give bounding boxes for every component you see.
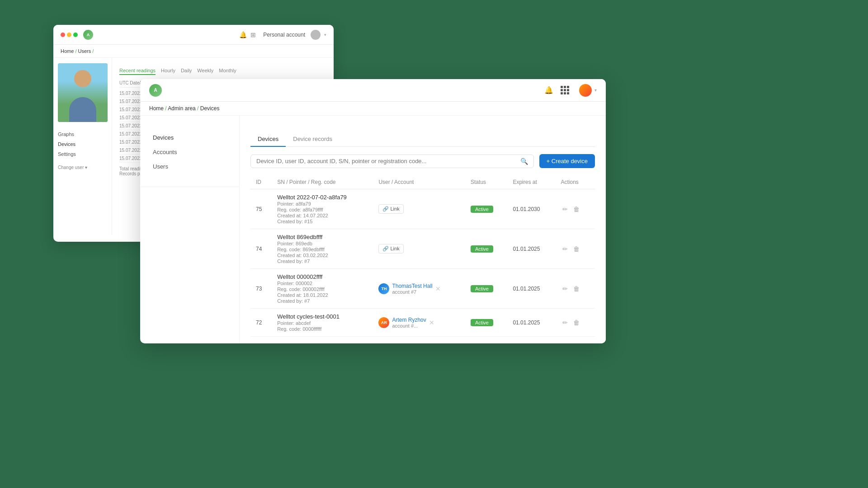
bg-tab-hourly[interactable]: Hourly [161,67,175,75]
device-id-value: 74 [256,246,262,252]
main-bell-icon[interactable]: 🔔 [544,86,553,94]
cell-actions: ✏ 🗑 [555,189,595,229]
sidebar-divider [140,187,239,187]
bg-app-logo: A [83,30,93,40]
device-reg-code: Reg. code: 869edbffff [277,247,368,252]
table-row: 72 Welltot cycles-test-0001 Pointer: abc… [250,309,595,337]
sidebar-item-devices[interactable]: Devices [144,131,236,145]
user-account-label: account #7 [392,289,432,295]
bg-chevron-icon: ▾ [324,33,326,37]
main-account-area[interactable]: ▾ [576,84,597,97]
cell-user: 🔗 Link [373,189,465,229]
minimize-btn[interactable] [67,33,71,37]
cell-status: Active [465,309,507,337]
delete-button[interactable]: 🗑 [571,244,581,253]
bg-grid-icon[interactable]: ⊞ [250,31,256,38]
device-name: Welltot cycles-test-0001 [277,313,368,320]
bg-tab-weekly[interactable]: Weekly [197,67,213,75]
device-name: Welltot 2022-07-02-a8fa79 [277,194,368,201]
cell-actions: ✏ 🗑 [555,229,595,269]
bg-nav-devices[interactable]: Devices [53,139,112,149]
patient-info [53,126,112,129]
device-created-at: Created at: 14.07.2022 [277,213,368,218]
sidebar-item-accounts[interactable]: Accounts [144,145,236,159]
bg-bell-icon[interactable]: 🔔 [239,31,247,38]
link-button[interactable]: 🔗 Link [378,204,403,214]
edit-button[interactable]: ✏ [561,284,570,293]
edit-button[interactable]: ✏ [561,205,570,214]
sidebar-cycles-label [140,192,239,198]
status-badge: Active [471,206,493,213]
main-content: Devices Device records 🔍 + Create device… [240,116,606,343]
cell-status: Active [465,229,507,269]
sidebar-admin-label [140,125,239,130]
device-created-at: Created at: 03.02.2022 [277,253,368,258]
cell-actions: ✏ 🗑 [555,269,595,309]
unlink-icon[interactable]: ✕ [435,285,441,292]
bg-home-link[interactable]: Home [61,48,74,54]
user-cell: AR Artem Ryzhov account #... ✕ [378,317,460,328]
col-id: ID [250,175,272,189]
bg-avatar[interactable] [311,30,321,40]
edit-button[interactable]: ✏ [561,244,570,253]
tab-device-records[interactable]: Device records [286,132,340,147]
col-expires: Expires at [507,175,555,189]
bg-nav-settings[interactable]: Settings [53,149,112,159]
device-reg-code: Reg. code: 0000ffffff [277,326,368,332]
user-name-link[interactable]: Artem Ryzhov [392,317,426,323]
close-btn[interactable] [61,33,65,37]
bg-nav-graphs[interactable]: Graphs [53,129,112,139]
bg-users-link[interactable]: Users [78,48,91,54]
bg-change-user[interactable]: Change user ▾ [53,163,112,172]
expires-value: 01.01.2025 [513,246,540,252]
cell-expires: 01.01.2025 [507,309,555,337]
delete-button[interactable]: 🗑 [571,318,581,327]
main-grid-icon[interactable] [561,86,569,94]
bg-breadcrumb: Home / Users / [53,45,334,58]
main-header: A 🔔 ▾ [140,79,606,102]
search-box: 🔍 [250,155,534,168]
cell-id: 72 [250,309,272,337]
create-device-button[interactable]: + Create device [539,154,595,168]
delete-button[interactable]: 🗑 [571,284,581,293]
bg-tab-daily[interactable]: Daily [181,67,192,75]
user-name-link[interactable]: ThomasTest Hall [392,283,432,289]
bg-tab-monthly[interactable]: Monthly [219,67,236,75]
device-pointer: Pointer: abcdef [277,320,368,326]
device-id-value: 75 [256,206,262,212]
breadcrumb-admin[interactable]: Admin area [168,105,195,112]
delete-button[interactable]: 🗑 [571,205,581,214]
cell-status: Active [465,269,507,309]
search-input[interactable] [256,158,520,164]
cell-expires: 01.01.2025 [507,229,555,269]
main-breadcrumb: Home / Admin area / Devices [140,102,606,116]
toolbar: 🔍 + Create device [250,154,595,168]
bg-sidebar: Graphs Devices Settings Change user ▾ [53,58,112,235]
main-chevron-icon: ▾ [594,88,597,93]
device-created-by: Created by: #7 [277,298,368,304]
edit-button[interactable]: ✏ [561,318,570,327]
content-tabs: Devices Device records [250,132,595,147]
cell-status: Active [465,189,507,229]
user-info: ThomasTest Hall account #7 [392,283,432,295]
sidebar-item-users[interactable]: Users [144,160,236,174]
status-badge: Active [471,319,493,326]
window-controls [61,33,78,37]
main-header-icons: 🔔 ▾ [544,84,597,97]
tab-devices[interactable]: Devices [250,132,286,147]
breadcrumb-home[interactable]: Home [149,105,164,112]
main-window: A 🔔 ▾ Home / Admin area / Devices Device… [140,79,606,343]
cell-expires: 01.01.2030 [507,189,555,229]
device-name: Welltot 869edbffff [277,234,368,240]
link-button[interactable]: 🔗 Link [378,244,403,253]
user-avatar: TH [378,283,389,294]
table-header-row: ID SN / Pointer / Reg. code User / Accou… [250,175,595,189]
unlink-icon[interactable]: ✕ [429,319,434,326]
cell-user: TH ThomasTest Hall account #7 ✕ [373,269,465,309]
status-badge: Active [471,285,493,292]
bg-tab-recent[interactable]: Recent readings [119,67,156,75]
status-badge: Active [471,245,493,253]
maximize-btn[interactable] [73,33,78,37]
device-created-by: Created by: #15 [277,219,368,224]
breadcrumb-devices: Devices [200,105,220,112]
